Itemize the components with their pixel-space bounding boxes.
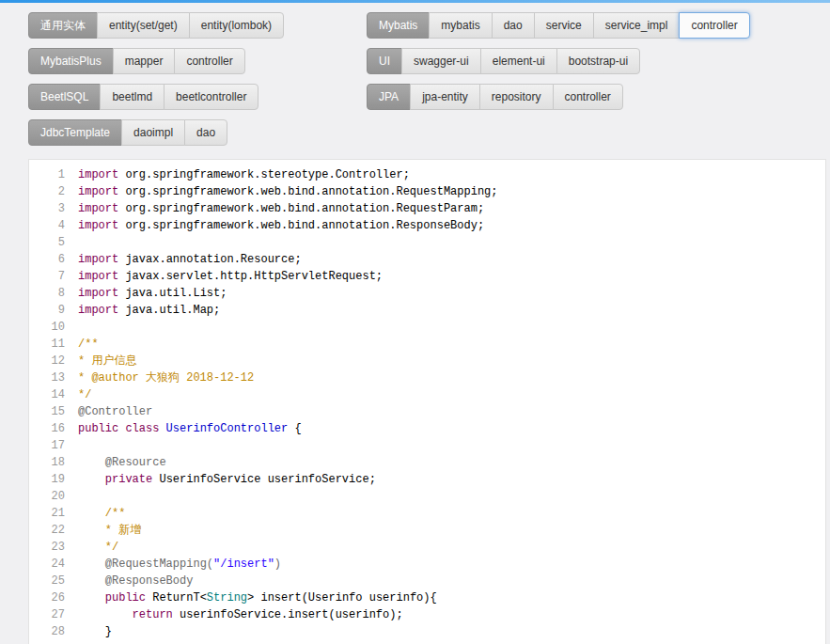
line-number: 16 [29, 420, 78, 437]
code-token-k: import [78, 219, 118, 232]
code-line-text: @RequestMapping("/insert") [78, 556, 825, 573]
button-ui-element-ui[interactable]: element-ui [480, 48, 557, 74]
button-common-entity-entity-lombok[interactable]: entity(lombok) [189, 12, 284, 39]
code-token-k: import [78, 270, 118, 283]
line-number: 2 [29, 183, 78, 200]
code-line-22: 22 * 新增 [29, 522, 825, 539]
code-line-text: * @author 大狼狗 2018-12-12 [78, 369, 825, 386]
code-line-text: import javax.annotation.Resource; [78, 251, 825, 268]
code-token-k: private [105, 473, 152, 486]
button-beetlsql-beetlcontroller[interactable]: beetlcontroller [164, 84, 258, 110]
code-line-25: 25 @ResponseBody [29, 573, 825, 589]
button-mybatis-service-impl[interactable]: service_impl [593, 12, 681, 39]
line-number: 9 [29, 302, 78, 319]
code-line-16: 16public class UserinfoController { [29, 420, 825, 437]
code-token-p: { [288, 422, 301, 435]
code-line-10: 10 [29, 319, 825, 336]
button-mybatis-plus-mapper[interactable]: mapper [113, 48, 176, 74]
code-token-p: org.springframework.web.bind.annotation.… [118, 202, 484, 215]
code-token-a: @Controller [78, 405, 152, 418]
code-token-a: @ResponseBody [105, 574, 194, 588]
code-token-p: java.util.Map; [118, 304, 220, 317]
line-number: 15 [29, 403, 78, 420]
page-root: 通用实体entity(set/get)entity(lombok)Mybatis… [0, 0, 830, 644]
code-token-k: import [78, 168, 118, 181]
line-number: 5 [29, 234, 78, 251]
group-header-jpa[interactable]: JPA [367, 84, 411, 110]
line-number: 19 [29, 471, 78, 488]
code-line-12: 12* 用户信息 [29, 353, 825, 369]
code-token-p: > insert(Userinfo userinfo){ [247, 591, 437, 605]
button-jdbc-template-daoimpl[interactable]: daoimpl [121, 119, 185, 146]
button-group-row-ui: UIswagger-uielement-uibootstrap-ui [367, 48, 750, 74]
code-token-c: /** [78, 338, 99, 351]
code-line-text: * 用户信息 [78, 353, 825, 369]
button-jpa-jpa-entity[interactable]: jpa-entity [410, 84, 480, 110]
code-line-15: 15@Controller [29, 403, 825, 420]
code-token-a: ) [274, 558, 281, 571]
line-number: 21 [29, 505, 78, 522]
button-ui-swagger-ui[interactable]: swagger-ui [401, 48, 481, 74]
code-line-text: import org.springframework.stereotype.Co… [78, 166, 825, 183]
code-line-26: 26 public ReturnT<String> insert(Userinf… [29, 589, 825, 606]
button-group-row-common-entity: 通用实体entity(set/get)entity(lombok) [28, 12, 367, 39]
code-line-text: } [78, 623, 825, 640]
line-number: 7 [29, 268, 78, 285]
button-jdbc-template-dao[interactable]: dao [184, 119, 227, 146]
code-token-c: */ [78, 388, 91, 401]
code-token-p: org.springframework.web.bind.annotation.… [118, 185, 497, 198]
code-line-13: 13* @author 大狼狗 2018-12-12 [29, 369, 825, 386]
button-mybatis-mybatis[interactable]: mybatis [429, 12, 492, 39]
code-token-c: * @author 大狼狗 2018-12-12 [78, 371, 254, 385]
group-header-mybatis-plus[interactable]: MybatisPlus [28, 48, 114, 74]
code-panel[interactable]: 1import org.springframework.stereotype.C… [28, 159, 826, 644]
code-line-19: 19 private UserinfoService userinfoServi… [29, 471, 825, 488]
button-mybatis-controller[interactable]: controller [679, 12, 749, 39]
code-token-p: org.springframework.web.bind.annotation.… [118, 219, 484, 232]
button-group-row-mybatis-plus: MybatisPlusmappercontroller [28, 48, 367, 74]
code-line-17: 17 [29, 437, 825, 454]
generator-toolbar: 通用实体entity(set/get)entity(lombok)Mybatis… [0, 3, 830, 148]
group-header-jdbc-template[interactable]: JdbcTemplate [28, 119, 122, 146]
toolbar-right-column: Mybatismybatisdaoserviceservice_implcont… [367, 12, 750, 146]
group-header-beetlsql[interactable]: BeetlSQL [28, 84, 101, 110]
group-header-ui[interactable]: UI [367, 48, 402, 74]
code-line-text: @Controller [78, 403, 825, 420]
code-token-p: ReturnT< [146, 591, 207, 605]
code-line-14: 14*/ [29, 386, 825, 403]
code-line-5: 5 [29, 234, 825, 251]
line-number: 11 [29, 336, 78, 353]
code-token-t: UserinfoController [159, 422, 288, 435]
button-jpa-repository[interactable]: repository [479, 84, 554, 110]
code-token-a: @Resource [105, 456, 166, 469]
group-header-common-entity[interactable]: 通用实体 [28, 12, 98, 39]
line-number: 18 [29, 454, 78, 471]
button-group-row-jdbc-template: JdbcTemplatedaoimpldao [28, 119, 367, 146]
code-token-p [78, 608, 133, 621]
code-line-27: 27 return userinfoService.insert(userinf… [29, 606, 825, 623]
line-number: 22 [29, 522, 78, 539]
line-number: 13 [29, 369, 78, 386]
code-content: 1import org.springframework.stereotype.C… [29, 166, 825, 640]
button-mybatis-plus-controller[interactable]: controller [174, 48, 244, 74]
code-line-11: 11/** [29, 336, 825, 353]
button-mybatis-dao[interactable]: dao [492, 12, 535, 39]
line-number: 28 [29, 623, 78, 640]
button-ui-bootstrap-ui[interactable]: bootstrap-ui [556, 48, 640, 74]
button-group-jdbc-template: JdbcTemplatedaoimpldao [28, 119, 227, 146]
button-beetlsql-beetlmd[interactable]: beetlmd [100, 84, 164, 110]
line-number: 6 [29, 251, 78, 268]
button-mybatis-service[interactable]: service [534, 12, 594, 39]
line-number: 4 [29, 217, 78, 234]
code-line-4: 4import org.springframework.web.bind.ann… [29, 217, 825, 234]
code-token-k: return [133, 608, 173, 621]
code-token-p [78, 507, 105, 520]
line-number: 3 [29, 200, 78, 217]
code-token-p [78, 456, 105, 469]
code-token-c: * 用户信息 [78, 354, 136, 368]
button-common-entity-entity-set-get[interactable]: entity(set/get) [97, 12, 190, 39]
code-token-c: /** [105, 507, 126, 520]
code-token-k: public class [78, 422, 159, 435]
group-header-mybatis[interactable]: Mybatis [367, 12, 430, 39]
button-jpa-controller[interactable]: controller [553, 84, 623, 110]
